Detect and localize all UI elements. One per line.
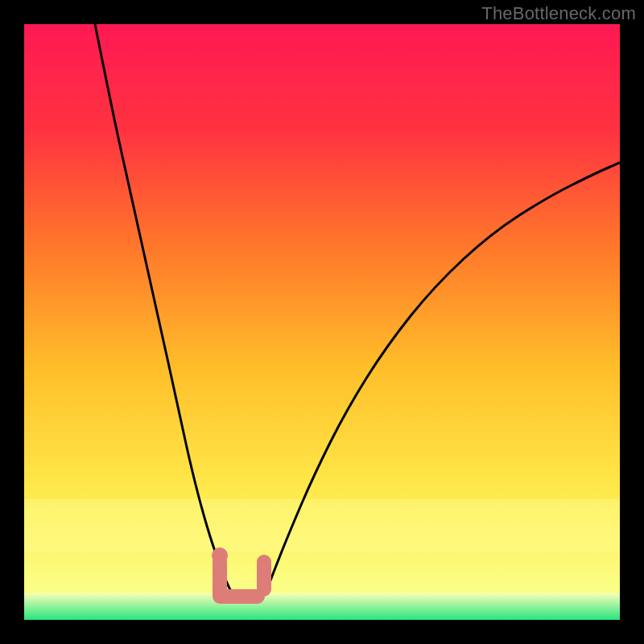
green-bottom-band <box>24 593 620 620</box>
bottleneck-curve-plot <box>24 24 620 620</box>
plot-frame <box>24 24 620 620</box>
left-marker <box>212 547 228 592</box>
watermark-text: TheBottleneck.com <box>481 3 636 24</box>
yellow-highlight-band <box>24 499 620 551</box>
